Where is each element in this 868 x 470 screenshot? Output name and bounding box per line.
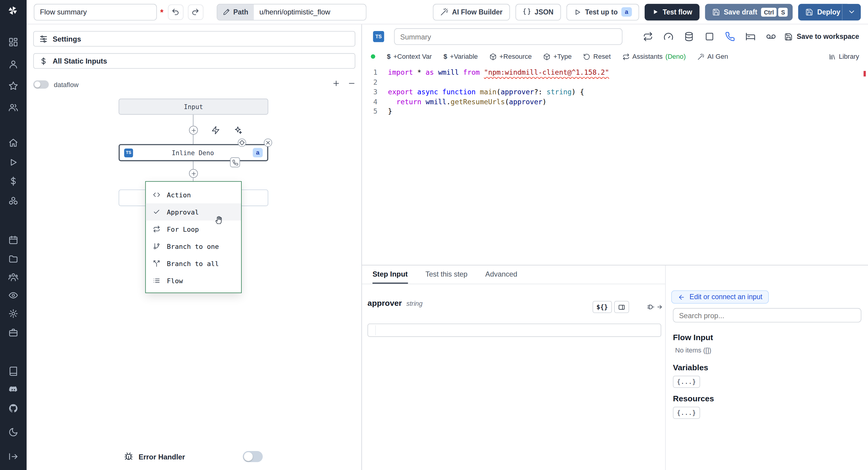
ai-flow-builder-button[interactable]: AI Flow Builder xyxy=(433,4,510,20)
windmill-logo-icon[interactable] xyxy=(7,5,19,16)
connect-input-button[interactable] xyxy=(647,303,663,311)
dataflow-toggle-row: dataflow xyxy=(33,81,79,89)
suspend-indicator-badge[interactable] xyxy=(230,157,240,167)
package-icon xyxy=(490,53,497,60)
mock-icon-button[interactable] xyxy=(705,32,715,41)
sidebar-item-audit[interactable] xyxy=(8,290,19,301)
sidebar-item-runs[interactable] xyxy=(8,157,19,167)
input-node[interactable]: Input xyxy=(119,98,269,115)
sidebar-item-groups[interactable] xyxy=(8,272,19,282)
edge xyxy=(193,115,193,126)
assistants-button[interactable]: Assistants(Deno) xyxy=(622,53,686,61)
add-variable-button[interactable]: $+Variable xyxy=(444,53,478,61)
menu-item-flow[interactable]: Flow xyxy=(146,272,241,289)
bug-icon xyxy=(124,452,133,461)
menu-item-action[interactable]: Action xyxy=(146,186,241,203)
redo-icon xyxy=(191,8,200,16)
undo-button[interactable] xyxy=(168,4,183,20)
sidebar-item-docs[interactable] xyxy=(8,366,19,376)
play-icon xyxy=(652,8,659,15)
flow-summary-input[interactable] xyxy=(34,4,157,20)
test-up-to-button[interactable]: Test up to a xyxy=(566,4,639,20)
add-resource-button[interactable]: +Resource xyxy=(490,53,532,61)
sidebar-item-resources[interactable] xyxy=(8,196,19,206)
menu-item-label: Approval xyxy=(167,208,199,216)
dollar-icon xyxy=(8,176,19,186)
cache-icon-button[interactable] xyxy=(684,32,694,41)
variables-object-badge[interactable]: {...} xyxy=(673,376,700,388)
suspend-approval-icon-button[interactable] xyxy=(725,32,735,41)
field-value-editor[interactable] xyxy=(367,323,661,337)
sidebar-item-settings[interactable] xyxy=(8,309,19,318)
sidebar-item-apps[interactable] xyxy=(8,37,19,47)
edit-or-connect-button[interactable]: Edit or connect an input xyxy=(671,290,769,304)
editor-actions-row: $+Context Var $+Variable +Resource +Type… xyxy=(371,50,859,63)
code-editor[interactable]: 12 34 5 import * as wmill from "npm:wind… xyxy=(362,67,863,265)
tab-test-this-step[interactable]: Test this step xyxy=(426,265,468,284)
crosshair-icon xyxy=(239,139,245,146)
add-context-var-button[interactable]: $+Context Var xyxy=(387,53,432,61)
sidebar-item-dark-mode[interactable] xyxy=(8,427,19,437)
lint-status-dot xyxy=(371,54,375,59)
save-draft-button[interactable]: Save draft Ctrl S xyxy=(705,4,793,20)
path-input[interactable] xyxy=(254,4,366,20)
gear-icon xyxy=(8,309,19,318)
flow-settings-row[interactable]: Settings xyxy=(33,31,355,46)
search-prop-input[interactable] xyxy=(673,308,861,323)
tab-step-input[interactable]: Step Input xyxy=(373,265,408,284)
tab-advanced[interactable]: Advanced xyxy=(485,265,517,284)
sidebar-expand-button[interactable] xyxy=(8,451,19,462)
add-type-button[interactable]: +Type xyxy=(544,53,572,61)
step-node-inline-deno[interactable]: TS Inline Deno a xyxy=(119,144,269,161)
deploy-menu-button[interactable] xyxy=(842,4,861,20)
menu-item-branch-to-one[interactable]: Branch to one xyxy=(146,238,241,255)
sidebar-item-user[interactable] xyxy=(8,59,19,69)
sidebar-item-home[interactable] xyxy=(8,138,19,148)
step-editor-panel: TS Save to workspace $+Context Var $+Var… xyxy=(362,24,868,265)
sidebar-item-schedules[interactable] xyxy=(8,235,19,245)
dataflow-toggle[interactable] xyxy=(33,81,49,89)
sleep-icon-button[interactable] xyxy=(746,32,755,41)
move-step-button[interactable] xyxy=(238,138,246,147)
json-button[interactable]: JSON xyxy=(516,4,561,20)
sidebar-item-discord[interactable] xyxy=(8,384,19,395)
save-to-workspace-button[interactable]: Save to workspace xyxy=(784,33,859,41)
sidebar-item-workers[interactable] xyxy=(8,327,19,338)
sidebar-item-folders[interactable] xyxy=(8,254,19,263)
library-button[interactable]: Library xyxy=(829,53,859,61)
reset-button[interactable]: Reset xyxy=(584,53,611,61)
sidebar-item-favorites[interactable] xyxy=(8,81,19,91)
step-summary-input[interactable] xyxy=(394,28,623,45)
editor-toggle-button[interactable] xyxy=(614,301,629,313)
arrow-left-icon xyxy=(678,293,685,301)
error-handler-toggle[interactable] xyxy=(243,451,263,462)
redo-button[interactable] xyxy=(188,4,203,20)
sidebar-item-users[interactable] xyxy=(8,102,19,113)
resources-object-badge[interactable]: {...} xyxy=(673,407,700,419)
menu-item-for-loop[interactable]: For Loop xyxy=(146,221,241,238)
deploy-button[interactable]: Deploy xyxy=(798,4,847,20)
all-static-inputs-row[interactable]: All Static Inputs xyxy=(33,53,355,69)
test-flow-button[interactable]: Test flow xyxy=(644,4,700,20)
sidebar-item-github[interactable] xyxy=(8,403,19,413)
step-badge: a xyxy=(621,7,631,17)
retries-icon-button[interactable] xyxy=(643,32,653,41)
menu-item-branch-to-all[interactable]: Branch to all xyxy=(146,255,241,272)
voicemail-icon-button[interactable] xyxy=(766,32,776,41)
insert-step-button-bottom[interactable] xyxy=(189,169,198,178)
insert-expression-button[interactable]: ${} xyxy=(592,301,612,313)
ai-gen-button[interactable]: AI Gen xyxy=(698,53,728,61)
trigger-button[interactable] xyxy=(211,126,220,134)
ai-suggest-button[interactable] xyxy=(233,126,242,134)
insert-step-button-top[interactable] xyxy=(189,126,198,134)
zoom-out-button[interactable] xyxy=(347,79,356,88)
sparkles-icon xyxy=(233,126,242,134)
early-stop-icon-button[interactable] xyxy=(664,32,674,41)
sidebar-item-variables[interactable] xyxy=(8,176,19,186)
input-node-label: Input xyxy=(184,103,203,111)
zoom-in-button[interactable] xyxy=(332,79,341,88)
field-value-input[interactable] xyxy=(377,325,658,336)
path-edit-button[interactable]: Path xyxy=(217,4,254,20)
delete-step-button[interactable] xyxy=(264,138,272,147)
menu-item-approval[interactable]: Approval xyxy=(146,203,241,221)
